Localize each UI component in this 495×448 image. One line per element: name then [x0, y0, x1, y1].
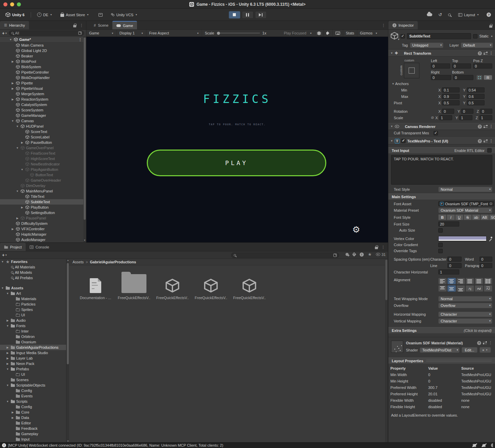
- tab-console[interactable]: Console: [26, 243, 53, 251]
- project-tree-item[interactable]: ▶Inguz Media Studio: [0, 350, 66, 355]
- help-icon[interactable]: ?: [477, 341, 481, 345]
- align-justify-button[interactable]: [466, 278, 474, 284]
- hidden-count[interactable]: 31: [376, 253, 386, 257]
- hierarchy-item[interactable]: ▼Canvas: [0, 118, 83, 124]
- asset-card[interactable]: Documentation - ...: [79, 271, 112, 300]
- play-focused-dropdown[interactable]: Play Focused▼: [281, 30, 315, 36]
- hierarchy-item[interactable]: ▶PauseButton: [0, 140, 83, 145]
- project-tree-item[interactable]: UI: [0, 312, 66, 318]
- extra-settings-section[interactable]: Extra Settings (Click to expand): [388, 327, 495, 334]
- foldout-icon[interactable]: ▶: [20, 206, 24, 209]
- scale-slider[interactable]: [217, 32, 260, 35]
- font-style-b-button[interactable]: B: [438, 214, 446, 220]
- project-tree-item[interactable]: ▶Core: [0, 410, 66, 415]
- hierarchy-item[interactable]: BlobSystem: [0, 64, 83, 70]
- asset-card[interactable]: FreeQuickEffectsV...: [118, 271, 150, 300]
- step-button[interactable]: [255, 11, 267, 19]
- open-search-window-icon[interactable]: [78, 31, 82, 35]
- spacing-character-field[interactable]: 0: [447, 257, 462, 262]
- gizmos-dropdown[interactable]: Gizmos▼: [357, 30, 380, 36]
- layout-properties-section[interactable]: Layout Properties: [388, 358, 495, 364]
- foldout-icon[interactable]: ▶: [11, 411, 15, 414]
- rotation-z-field[interactable]: 0: [480, 109, 492, 114]
- hierarchy-scrollbar[interactable]: ▼: [83, 37, 86, 242]
- input-button[interactable]: [333, 30, 343, 36]
- font-style-sc-button[interactable]: SC: [489, 214, 495, 220]
- foldout-icon[interactable]: ▼: [16, 147, 19, 150]
- game-settings-button[interactable]: ⚙: [352, 225, 360, 234]
- project-tree-item[interactable]: Config: [0, 388, 66, 393]
- hierarchy-item[interactable]: ▼PlayAgainButton: [0, 167, 83, 172]
- hierarchy-item[interactable]: GameManager: [0, 113, 83, 118]
- align-center-button[interactable]: [447, 278, 456, 284]
- project-tree-item[interactable]: ▶Neon Pack: [0, 361, 66, 366]
- align-geom-button[interactable]: [484, 278, 492, 284]
- hierarchy-item[interactable]: FinalScoreText: [0, 151, 83, 156]
- game-target-dropdown[interactable]: Game▼: [86, 30, 117, 36]
- foldout-icon[interactable]: ▼: [6, 384, 9, 387]
- kebab-menu-icon[interactable]: ⋮: [80, 23, 83, 28]
- foldout-icon[interactable]: ▼: [390, 52, 393, 55]
- debug-button[interactable]: [315, 30, 323, 36]
- project-tree-item[interactable]: Events: [0, 393, 66, 399]
- left-field[interactable]: 0: [431, 63, 450, 69]
- static-checkbox[interactable]: [473, 34, 477, 38]
- search-by-type-icon[interactable]: [346, 253, 349, 256]
- foldout-icon[interactable]: ▼: [6, 324, 9, 327]
- foldout-icon[interactable]: ▶: [11, 60, 15, 63]
- right-field[interactable]: 0: [431, 75, 451, 80]
- horizontal-mapping-dropdown[interactable]: Character: [438, 312, 492, 317]
- foldout-icon[interactable]: ▼: [16, 190, 19, 193]
- canvas-renderer-header[interactable]: ▼ Canvas Renderer ? ⋮: [388, 123, 495, 130]
- hierarchy-item[interactable]: CatalystSystem: [0, 102, 83, 107]
- package-manager-button[interactable]: [97, 12, 104, 18]
- scroll-down-icon[interactable]: ▼: [83, 239, 86, 242]
- hierarchy-item[interactable]: ▼HUDPanel: [0, 124, 83, 129]
- asset-card[interactable]: FreeQuickEffectsV...: [156, 271, 189, 300]
- pause-button[interactable]: [242, 11, 253, 19]
- object-picker-icon[interactable]: ⊙: [489, 202, 492, 206]
- kebab-menu-icon[interactable]: ⋮: [489, 139, 493, 143]
- project-tree-item[interactable]: Gameplay: [0, 431, 66, 437]
- breadcrumb-current[interactable]: GabrielAguiarProductions: [90, 260, 136, 264]
- cull-transparent-checkbox[interactable]: [434, 131, 438, 135]
- valign-midline-button[interactable]: AJ: [475, 285, 483, 292]
- hierarchy-item[interactable]: PipetteController: [0, 70, 83, 75]
- foldout-icon[interactable]: ▼: [1, 287, 4, 290]
- hierarchy-item[interactable]: ScoreLabel: [0, 134, 83, 140]
- foldout-icon[interactable]: ▼: [20, 168, 24, 171]
- hierarchy-item[interactable]: Global Light 2D: [0, 48, 83, 53]
- project-tree-item[interactable]: ▼Prefabs: [0, 366, 66, 372]
- foldout-icon[interactable]: ▼: [11, 120, 15, 123]
- shader-menu-button[interactable]: ≡▼: [479, 347, 491, 353]
- add-gameobject-button[interactable]: + ▼: [2, 31, 7, 36]
- shader-edit-button[interactable]: Edit...: [462, 347, 477, 353]
- text-style-dropdown[interactable]: Normal: [438, 187, 492, 192]
- posz-field[interactable]: 0: [473, 63, 492, 69]
- hierarchy-item[interactable]: ▶PausePanel: [0, 215, 83, 221]
- blueprint-mode-button[interactable]: [476, 75, 483, 80]
- kebab-menu-icon[interactable]: ⋮: [489, 341, 492, 345]
- foldout-icon[interactable]: ▶: [11, 87, 15, 90]
- wrap-mode-dropdown[interactable]: Normal: [438, 296, 492, 301]
- project-tree-item[interactable]: ▼Fonts: [0, 323, 66, 328]
- kebab-menu-icon[interactable]: ⋮: [489, 51, 493, 55]
- tab-scene[interactable]: # Scene: [90, 21, 112, 29]
- project-tree-item[interactable]: Scenes: [0, 377, 66, 383]
- project-tree-item[interactable]: Inter: [0, 328, 66, 334]
- project-tree-item[interactable]: Materials: [0, 296, 66, 301]
- anchor-max-x-field[interactable]: 0.9: [442, 94, 460, 99]
- foldout-icon[interactable]: ▶: [6, 351, 9, 354]
- foldout-icon[interactable]: ▼: [6, 400, 9, 403]
- project-tree-item[interactable]: Oxanium: [0, 339, 66, 345]
- foldout-icon[interactable]: ▼: [6, 368, 9, 371]
- cloud-icon[interactable]: [427, 13, 432, 16]
- kebab-menu-icon[interactable]: ⋮: [381, 245, 385, 249]
- color-gradient-checkbox[interactable]: [438, 243, 443, 247]
- material-preset-dropdown[interactable]: Oxanium SDF Material: [438, 208, 492, 213]
- shader-dropdown[interactable]: TextMeshPro/Dist: [420, 347, 460, 353]
- foldout-icon[interactable]: ▶: [11, 228, 15, 231]
- project-tree-item[interactable]: ▶GabrielAguiarProductions: [0, 345, 66, 350]
- unity-hub-button[interactable]: Unity 6: [4, 11, 26, 18]
- foldout-icon[interactable]: ▶: [6, 319, 9, 322]
